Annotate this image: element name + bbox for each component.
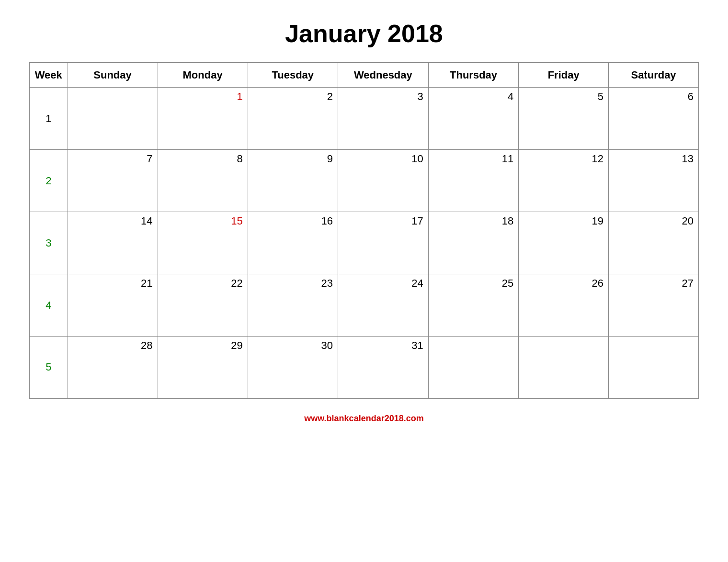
week-row-2: 278910111213 bbox=[29, 150, 699, 212]
footer-url: www.blankcalendar2018.com bbox=[304, 414, 423, 424]
day-cell: 16 bbox=[248, 212, 338, 274]
calendar-body: 1123456278910111213314151617181920421222… bbox=[29, 88, 699, 399]
day-cell bbox=[68, 88, 158, 150]
day-cell: 31 bbox=[338, 337, 428, 399]
day-cell: 25 bbox=[428, 274, 518, 337]
week-number-2: 2 bbox=[29, 150, 68, 212]
calendar-header-row: WeekSundayMondayTuesdayWednesdayThursday… bbox=[29, 63, 699, 88]
column-header-monday: Monday bbox=[158, 63, 248, 88]
day-cell: 21 bbox=[68, 274, 158, 337]
day-cell: 14 bbox=[68, 212, 158, 274]
day-cell: 17 bbox=[338, 212, 428, 274]
day-cell: 19 bbox=[519, 212, 609, 274]
day-cell: 20 bbox=[609, 212, 699, 274]
page-title: January 2018 bbox=[285, 19, 443, 48]
day-cell: 28 bbox=[68, 337, 158, 399]
day-cell: 15 bbox=[158, 212, 248, 274]
day-cell: 11 bbox=[428, 150, 518, 212]
week-number-5: 5 bbox=[29, 337, 68, 399]
day-cell: 26 bbox=[519, 274, 609, 337]
day-cell: 8 bbox=[158, 150, 248, 212]
day-cell: 6 bbox=[609, 88, 699, 150]
day-cell: 7 bbox=[68, 150, 158, 212]
day-cell: 2 bbox=[248, 88, 338, 150]
week-number-4: 4 bbox=[29, 274, 68, 337]
day-cell: 9 bbox=[248, 150, 338, 212]
week-row-1: 1123456 bbox=[29, 88, 699, 150]
day-cell: 22 bbox=[158, 274, 248, 337]
day-cell: 30 bbox=[248, 337, 338, 399]
calendar-table: WeekSundayMondayTuesdayWednesdayThursday… bbox=[29, 62, 699, 399]
column-header-sunday: Sunday bbox=[68, 63, 158, 88]
column-header-wednesday: Wednesday bbox=[338, 63, 428, 88]
week-row-5: 528293031 bbox=[29, 337, 699, 399]
column-header-saturday: Saturday bbox=[609, 63, 699, 88]
column-header-thursday: Thursday bbox=[428, 63, 518, 88]
week-row-4: 421222324252627 bbox=[29, 274, 699, 337]
day-cell: 18 bbox=[428, 212, 518, 274]
column-header-tuesday: Tuesday bbox=[248, 63, 338, 88]
day-cell: 4 bbox=[428, 88, 518, 150]
day-cell bbox=[428, 337, 518, 399]
day-cell: 12 bbox=[519, 150, 609, 212]
day-cell bbox=[519, 337, 609, 399]
day-cell: 29 bbox=[158, 337, 248, 399]
column-header-week: Week bbox=[29, 63, 68, 88]
day-cell: 23 bbox=[248, 274, 338, 337]
day-cell: 10 bbox=[338, 150, 428, 212]
day-cell: 1 bbox=[158, 88, 248, 150]
day-cell: 3 bbox=[338, 88, 428, 150]
week-number-3: 3 bbox=[29, 212, 68, 274]
day-cell: 5 bbox=[519, 88, 609, 150]
week-number-1: 1 bbox=[29, 88, 68, 150]
day-cell: 24 bbox=[338, 274, 428, 337]
week-row-3: 314151617181920 bbox=[29, 212, 699, 274]
footer-link[interactable]: www.blankcalendar2018.com bbox=[304, 414, 423, 423]
column-header-friday: Friday bbox=[519, 63, 609, 88]
day-cell: 27 bbox=[609, 274, 699, 337]
day-cell: 13 bbox=[609, 150, 699, 212]
day-cell bbox=[609, 337, 699, 399]
